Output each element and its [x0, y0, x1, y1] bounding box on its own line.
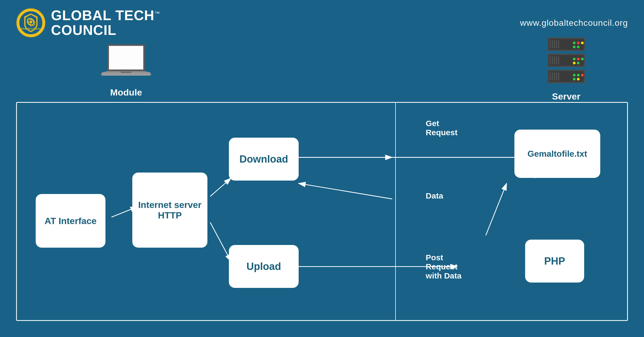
svg-point-48 [577, 78, 580, 80]
svg-rect-10 [109, 46, 143, 69]
svg-point-45 [577, 74, 580, 76]
node-php: PHP [525, 240, 584, 283]
svg-line-57 [486, 183, 507, 235]
server-section: Server [542, 35, 590, 102]
laptop-icon [99, 42, 153, 85]
divider-line [395, 103, 396, 320]
node-at-interface: AT Interface [36, 194, 105, 248]
svg-point-34 [581, 58, 584, 60]
svg-line-55 [299, 183, 392, 199]
svg-point-24 [577, 46, 580, 48]
node-download: Download [229, 138, 299, 181]
website-url: www.globaltechcouncil.org [520, 18, 628, 28]
svg-point-23 [573, 46, 576, 48]
logo-title-line1: GLOBAL TECH™ [51, 8, 160, 23]
svg-text:Global Tech Council: Global Tech Council [19, 27, 42, 30]
svg-line-52 [210, 178, 231, 196]
label-data: Data [426, 191, 443, 200]
label-post-request: PostRequestwith Data [426, 253, 462, 280]
svg-point-36 [577, 62, 580, 64]
logo-text: GLOBAL TECH™ COUNCIL [51, 8, 160, 37]
svg-point-47 [573, 78, 576, 80]
server-icon [542, 35, 590, 89]
svg-line-53 [210, 222, 231, 261]
server-label: Server [552, 91, 580, 102]
svg-point-46 [581, 74, 584, 76]
svg-point-20 [573, 42, 576, 44]
svg-point-33 [577, 58, 580, 60]
logo-title-line2: COUNCIL [51, 23, 160, 38]
logo-section: Global Tech Council GLOBAL TECH™ COUNCIL [16, 8, 160, 38]
svg-point-35 [573, 62, 576, 64]
svg-point-21 [577, 42, 580, 44]
node-gemalto: Gemaltofile.txt [514, 130, 600, 178]
node-internet-server-http: Internet server HTTP [132, 173, 207, 248]
module-label: Module [110, 87, 142, 98]
svg-rect-12 [121, 72, 131, 73]
logo-badge-icon: Global Tech Council [16, 8, 46, 38]
node-upload: Upload [229, 245, 299, 288]
diagram-box: AT Interface Internet server HTTP Downlo… [16, 102, 628, 321]
svg-point-44 [573, 74, 576, 76]
module-section: Module [99, 42, 153, 98]
label-get-request: GetRequest [426, 119, 458, 137]
svg-point-32 [573, 58, 576, 60]
svg-point-22 [581, 42, 584, 44]
